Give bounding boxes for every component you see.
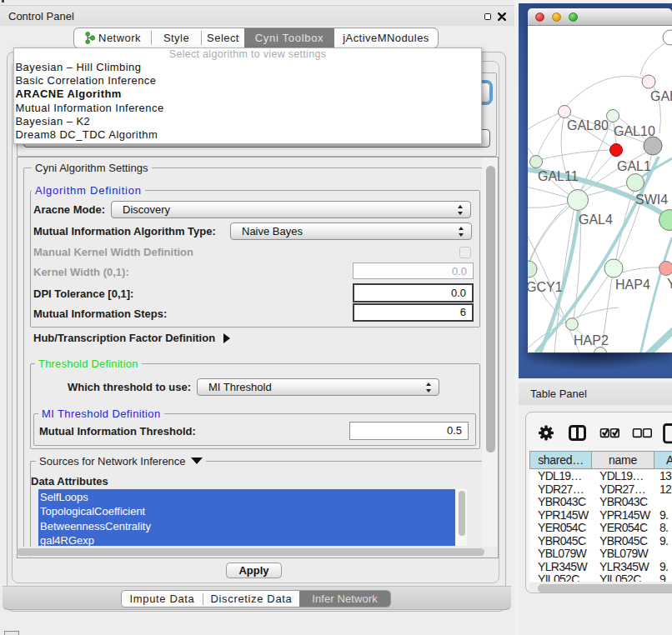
svg-text:GAL10: GAL10 — [614, 124, 655, 138]
svg-text:GAL4: GAL4 — [579, 212, 613, 227]
svg-text:Y: Y — [667, 277, 672, 291]
svg-text:HAP4: HAP4 — [615, 278, 650, 292]
svg-text:GAL1: GAL1 — [617, 159, 651, 173]
svg-text:HAP2: HAP2 — [574, 333, 609, 348]
svg-text:GAL7: GAL7 — [650, 89, 672, 103]
svg-text:GCY1: GCY1 — [528, 280, 563, 294]
svg-text:SWI4: SWI4 — [635, 192, 668, 207]
svg-text:GAL11: GAL11 — [538, 169, 579, 183]
svg-text:GAL80: GAL80 — [567, 118, 609, 132]
